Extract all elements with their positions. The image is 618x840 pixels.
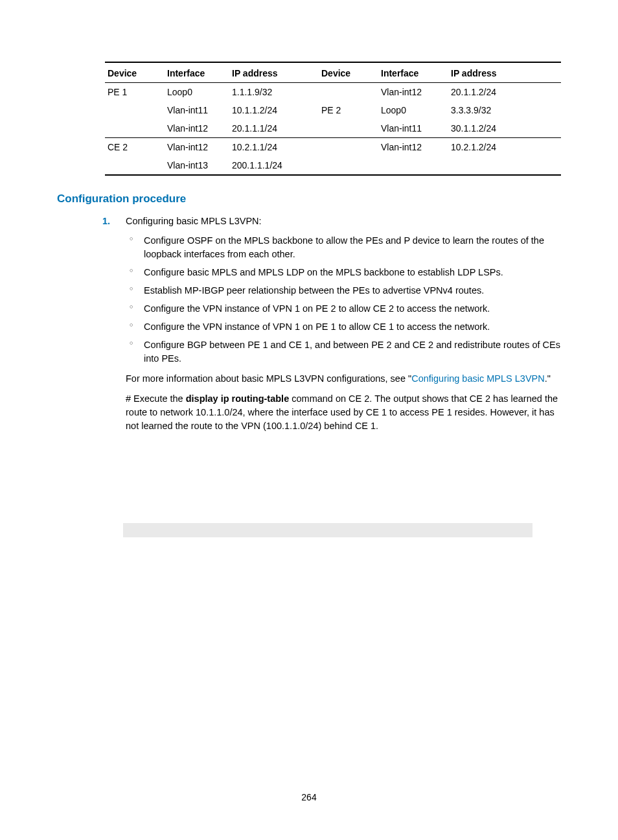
table-cell [319, 138, 378, 157]
bullet-item: Establish MP-IBGP peer relationship betw… [126, 284, 561, 298]
th-interface2: Interface [378, 62, 448, 83]
bullet-item: Configure BGP between PE 1 and CE 1, and… [126, 338, 561, 366]
table-cell: 200.1.1.1/24 [229, 156, 319, 175]
table-cell [105, 101, 165, 119]
table-row: CE 2Vlan-int1210.2.1.1/24Vlan-int1210.2.… [105, 138, 561, 157]
table-cell: Vlan-int12 [165, 138, 229, 157]
table-cell: Vlan-int12 [378, 83, 448, 102]
step-text: Configuring basic MPLS L3VPN: [126, 216, 262, 226]
table-cell: 1.1.1.9/32 [229, 83, 319, 102]
th-device: Device [105, 62, 165, 83]
table-cell [319, 119, 378, 138]
table-cell: Loop0 [378, 101, 448, 119]
table-cell [105, 119, 165, 138]
table-cell: 20.1.1.1/24 [229, 119, 319, 138]
table-cell: Vlan-int13 [165, 156, 229, 175]
th-ip: IP address [229, 62, 319, 83]
table-cell [448, 156, 561, 175]
table-cell: 10.2.1.1/24 [229, 138, 319, 157]
table-cell: 30.1.1.2/24 [448, 119, 561, 138]
redacted-block [123, 523, 532, 537]
table-cell: PE 1 [105, 83, 165, 102]
table-cell: Vlan-int12 [378, 138, 448, 157]
device-interface-table: Device Interface IP address Device Inter… [105, 62, 561, 176]
more-info-paragraph: For more information about basic MPLS L3… [126, 372, 561, 386]
bullet-item: Configure the VPN instance of VPN 1 on P… [126, 302, 561, 316]
table-row: Vlan-int1220.1.1.1/24Vlan-int1130.1.1.2/… [105, 119, 561, 138]
table-header-row: Device Interface IP address Device Inter… [105, 62, 561, 83]
table-cell [319, 83, 378, 102]
table-cell: 10.1.1.2/24 [229, 101, 319, 119]
th-interface: Interface [165, 62, 229, 83]
table-cell: CE 2 [105, 138, 165, 157]
table-cell: 3.3.3.9/32 [448, 101, 561, 119]
execute-paragraph: # Execute the display ip routing-table c… [126, 392, 561, 433]
page-number: 264 [0, 792, 618, 802]
command-bold: display ip routing-table [186, 393, 290, 404]
table-cell: PE 2 [319, 101, 378, 119]
cross-ref-link[interactable]: Configuring basic MPLS L3VPN [411, 373, 545, 384]
table-row: PE 1Loop01.1.1.9/32Vlan-int1220.1.1.2/24 [105, 83, 561, 102]
th-ip2: IP address [448, 62, 561, 83]
table-row: Vlan-int1110.1.1.2/24PE 2Loop03.3.3.9/32 [105, 101, 561, 119]
bullet-item: Configure OSPF on the MPLS backbone to a… [126, 234, 561, 261]
table-cell: 20.1.1.2/24 [448, 83, 561, 102]
table-cell: Vlan-int11 [378, 119, 448, 138]
step-number: 1. [102, 215, 110, 229]
table-cell: Vlan-int11 [165, 101, 229, 119]
bullet-item: Configure the VPN instance of VPN 1 on P… [126, 320, 561, 334]
table-cell: 10.2.1.2/24 [448, 138, 561, 157]
section-heading: Configuration procedure [57, 192, 561, 205]
table-row: Vlan-int13200.1.1.1/24 [105, 156, 561, 175]
table-cell [319, 156, 378, 175]
table-cell: Vlan-int12 [165, 119, 229, 138]
table-cell [105, 156, 165, 175]
bullet-item: Configure basic MPLS and MPLS LDP on the… [126, 266, 561, 279]
th-device2: Device [319, 62, 378, 83]
table-cell: Loop0 [165, 83, 229, 102]
table-cell [378, 156, 448, 175]
step-item: 1. Configuring basic MPLS L3VPN: Configu… [102, 215, 561, 433]
